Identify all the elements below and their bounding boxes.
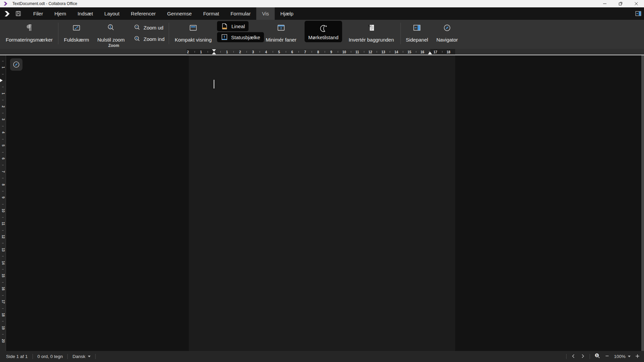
ruler-tick: [2, 295, 4, 296]
statusbar-separator: [566, 354, 567, 359]
ruler-number: 10: [342, 50, 346, 54]
ruler-tick: [208, 51, 208, 53]
ruler-number: 1: [200, 50, 202, 54]
left-indent-marker[interactable]: [212, 52, 216, 54]
compact-view-button[interactable]: Kompakt visning: [172, 22, 214, 43]
collabora-writer-window: TextDocument.odt - Collabora Office: [0, 0, 644, 362]
window-controls: [597, 0, 644, 7]
ruler-tick: [273, 51, 273, 53]
ruler-number: 6: [1, 158, 5, 160]
ruler-number: 3: [252, 50, 254, 54]
sidepanel-button[interactable]: Sidepanel: [402, 22, 431, 43]
text-cursor: [214, 80, 214, 88]
vertical-ruler[interactable]: 211234567891011121314151617181920: [0, 55, 6, 351]
ruler-active-zone: [0, 80, 6, 351]
save-icon[interactable]: [13, 7, 23, 20]
zoom-reset-button[interactable]: 1: [594, 353, 600, 360]
ruler-number: 19: [1, 326, 5, 329]
chevron-down-icon: [628, 356, 631, 357]
minimize-button[interactable]: [597, 0, 612, 7]
statusbar-right: 1 100%: [566, 351, 640, 362]
navigator-button[interactable]: Navigator: [433, 22, 461, 43]
fullscreen-icon: [72, 22, 81, 34]
ruler-tick: [2, 204, 4, 204]
ruler-tick: [260, 51, 260, 53]
ruler-number: 9: [330, 50, 332, 54]
menu-gennemse[interactable]: Gennemse: [161, 7, 197, 20]
ruler-icon: [221, 22, 228, 30]
ruler-tick: [2, 74, 4, 74]
ruler-tick: [2, 217, 4, 218]
reset-zoom-button[interactable]: 1 Nulstil zoom: [95, 22, 127, 43]
vertical-scrollbar[interactable]: [641, 55, 644, 351]
zoom-out-button[interactable]: Zoom ud: [130, 22, 167, 33]
sidebar-toggle-icon[interactable]: [635, 7, 642, 20]
previous-page-button[interactable]: [571, 354, 576, 360]
ruler-tick: [2, 256, 4, 256]
ruler-number: 8: [1, 184, 5, 186]
ruler-number: 4: [1, 132, 5, 134]
invert-background-icon: [367, 22, 376, 34]
zoom-group-label: Zoom: [95, 43, 132, 48]
language-selector[interactable]: Dansk: [72, 354, 90, 359]
ruler-tick: [2, 61, 4, 61]
horizontal-ruler[interactable]: 21123456789101112131415161718: [186, 49, 455, 55]
menu-hjem[interactable]: Hjem: [49, 7, 72, 20]
menu-filer[interactable]: Filer: [28, 7, 49, 20]
menu-formular[interactable]: Formular: [225, 7, 256, 20]
word-count[interactable]: 0 ord, 0 tegn: [38, 354, 63, 359]
ruler-number: 2: [1, 106, 5, 108]
ruler-tick: [338, 51, 338, 53]
zoom-in-button[interactable]: [635, 354, 640, 360]
ruler-tick: [2, 113, 4, 113]
first-line-indent-marker[interactable]: [212, 49, 216, 52]
ruler-number: 8: [317, 50, 319, 54]
menu-vis[interactable]: Vis: [256, 7, 275, 20]
ruler-row: 21123456789101112131415161718: [0, 49, 644, 55]
ruler-number: 3: [1, 119, 5, 121]
ruler-tick: [377, 51, 377, 53]
restore-button[interactable]: [612, 0, 628, 7]
status-bar-icon: [221, 34, 228, 41]
formatting-marks-button[interactable]: Formateringsmærker: [2, 22, 56, 43]
minimize-tabs-button[interactable]: Minimér faner: [262, 22, 300, 43]
document-page[interactable]: [189, 55, 455, 351]
scrollbar-thumb[interactable]: [641, 55, 644, 351]
ruler-number: 4: [265, 50, 267, 54]
menu-indsaet[interactable]: Indsæt: [72, 7, 99, 20]
menu-layout[interactable]: Layout: [99, 7, 125, 20]
page-count[interactable]: Side 1 af 1: [6, 354, 28, 359]
ruler-number: 16: [421, 50, 424, 54]
zoom-level-selector[interactable]: 100%: [614, 354, 631, 359]
ruler-number: 10: [1, 209, 5, 213]
ruler-number: 15: [1, 274, 5, 278]
chevron-down-icon: [88, 356, 91, 357]
close-button[interactable]: [628, 0, 644, 7]
menu-hjaelp[interactable]: Hjælp: [275, 7, 299, 20]
app-menu-button[interactable]: [2, 7, 13, 20]
invert-background-button[interactable]: Invertér baggrunden: [346, 22, 396, 43]
ruler-number: 11: [356, 50, 359, 54]
statusbar-separator: [33, 354, 33, 359]
compass-icon: [12, 61, 20, 68]
zoom-in-button[interactable]: Zoom ind: [130, 34, 168, 44]
ruler-tick: [351, 51, 351, 53]
ruler-number: 16: [1, 287, 5, 291]
dark-mode-button[interactable]: Mørketilstand: [305, 21, 342, 42]
ruler-number: 11: [1, 222, 5, 226]
navigator-float-button[interactable]: [10, 58, 22, 71]
fullscreen-button[interactable]: Fuldskærm: [61, 22, 92, 43]
statusbar-toggle-button[interactable]: Statusbjælke: [217, 32, 264, 42]
ruler-number: 2: [187, 50, 189, 54]
ribbon-separator: [58, 23, 58, 44]
compact-view-icon: [189, 22, 198, 34]
ruler-toggle-button[interactable]: Lineal: [217, 21, 249, 31]
zoom-out-button[interactable]: [605, 354, 609, 359]
menu-format[interactable]: Format: [198, 7, 225, 20]
ruler-tick: [416, 51, 416, 53]
next-page-button[interactable]: [580, 354, 585, 360]
navigator-compass-icon: [443, 22, 451, 34]
menu-referencer[interactable]: Referencer: [125, 7, 161, 20]
top-margin-marker[interactable]: [0, 79, 3, 82]
magnifier-one-icon: 1: [594, 353, 600, 359]
